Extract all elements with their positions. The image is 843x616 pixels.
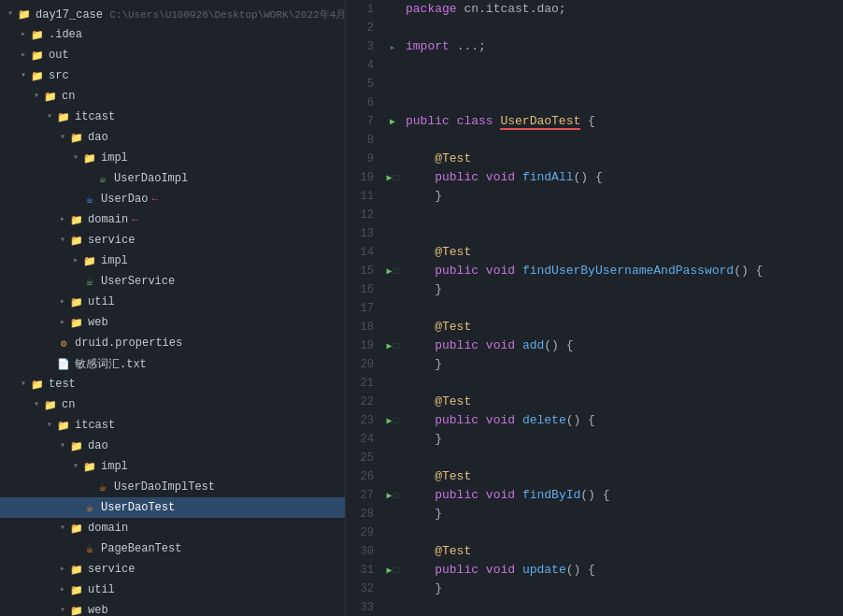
gutter-23[interactable]: ▶ □ (383, 411, 402, 430)
tree-root[interactable]: 📁 day17_case C:\Users\U100926\Desktop\WO… (0, 4, 345, 24)
code-content-24: } (402, 430, 843, 449)
gutter-5 (383, 75, 402, 93)
tree-out[interactable]: 📁 out (0, 45, 345, 65)
run-icon-7[interactable]: ▶ (390, 116, 395, 127)
label-itcast: itcast (75, 110, 115, 123)
line-num-16: 16 (346, 280, 383, 299)
code-content-22: @Test (402, 393, 843, 411)
gutter-27[interactable]: ▶ □ (383, 486, 402, 505)
tree-dao-test[interactable]: 📁 dao (0, 436, 345, 456)
arrow-util-test (56, 583, 69, 596)
tree-pagebeantest[interactable]: ☕ PageBeanTest (0, 538, 345, 559)
line-num-6: 6 (346, 93, 383, 112)
gutter-22 (383, 393, 402, 411)
line-num-17: 17 (346, 299, 383, 318)
arrow-root (4, 7, 17, 21)
label-test: test (49, 378, 76, 391)
label-sensitive: 敏感词汇.txt (75, 356, 147, 372)
gutter-10[interactable]: ▶ □ (383, 168, 402, 187)
code-content-30: @Test (402, 542, 843, 561)
run-icon-31[interactable]: ▶ (386, 565, 392, 576)
label-pagebeantest: PageBeanTest (101, 542, 181, 555)
tree-service-test[interactable]: 📁 service (0, 559, 345, 580)
code-content-9: @Test (402, 150, 843, 168)
code-line-23: 23 ▶ □ public void delete() { (346, 411, 843, 430)
tree-userdaoimpltest[interactable]: ☕ UserDaoImplTest (0, 477, 345, 497)
run-icon-27[interactable]: ▶ (386, 490, 392, 501)
run-outline-19[interactable]: □ (393, 341, 399, 351)
project-tree[interactable]: 📁 day17_case C:\Users\U100926\Desktop\WO… (0, 0, 346, 616)
tree-itcast-test[interactable]: 📁 itcast (0, 415, 345, 436)
folder-icon-idea: 📁 (30, 27, 45, 42)
tree-idea[interactable]: 📁 .idea (0, 24, 345, 45)
tree-cn-test[interactable]: 📁 cn (0, 394, 345, 415)
tree-util-test[interactable]: 📁 util (0, 580, 345, 600)
code-content-32: } (402, 580, 843, 598)
gutter-19[interactable]: ▶ □ (383, 337, 402, 355)
tree-test[interactable]: 📁 test (0, 374, 345, 394)
line-num-5: 5 (346, 75, 383, 93)
run-outline-31[interactable]: □ (393, 566, 399, 576)
tree-druid[interactable]: ⚙ druid.properties (0, 333, 345, 353)
code-content-21 (402, 374, 843, 393)
folder-icon-service-test: 📁 (69, 562, 84, 577)
gutter-15[interactable]: ▶ □ (383, 262, 402, 280)
code-content-15: public void findUserByUsernameAndPasswor… (402, 262, 843, 280)
tree-userdao[interactable]: ☕ UserDao ← (0, 189, 345, 209)
folder-icon-root: 📁 (17, 7, 32, 21)
tree-src[interactable]: 📁 src (0, 65, 345, 86)
folder-icon-util: 📁 (69, 294, 84, 309)
run-outline-23[interactable]: □ (393, 416, 399, 426)
run-outline-27[interactable]: □ (393, 491, 399, 501)
code-line-33: 33 (346, 598, 843, 616)
tree-userdaoimpl[interactable]: ☕ UserDaoImpl (0, 168, 345, 189)
gutter-31[interactable]: ▶ □ (383, 561, 402, 580)
line-num-21: 21 (346, 374, 383, 393)
code-content-10: public void findAll() { (402, 168, 843, 187)
tree-cn[interactable]: 📁 cn (0, 86, 345, 107)
tree-dao[interactable]: 📁 dao (0, 127, 345, 148)
run-icon-23[interactable]: ▶ (386, 415, 392, 426)
gutter-26 (383, 467, 402, 486)
tree-impl[interactable]: 📁 impl (0, 148, 345, 168)
java-icon-userservice: ☕ (82, 274, 97, 289)
line-num-22: 22 (346, 393, 383, 411)
code-line-18: 18 @Test (346, 318, 843, 337)
fold-icon-3[interactable]: ▸ (390, 41, 396, 53)
arrow-util (56, 295, 69, 308)
folder-icon-web-test: 📁 (69, 603, 84, 616)
code-content-7: public class UserDaoTest { (402, 112, 843, 131)
tree-util[interactable]: 📁 util (0, 292, 345, 312)
code-content-2 (402, 19, 843, 37)
tree-sensitive[interactable]: 📄 敏感词汇.txt (0, 353, 345, 374)
gutter-9 (383, 150, 402, 168)
tree-web-test[interactable]: 📁 web (0, 600, 345, 616)
tree-service-impl[interactable]: 📁 impl (0, 251, 345, 271)
code-line-11: 11 } (346, 187, 843, 206)
tree-userservice[interactable]: ☕ UserService (0, 271, 345, 292)
line-num-14: 14 (346, 243, 383, 262)
label-itcast-test: itcast (75, 419, 115, 432)
gutter-7[interactable]: ▶ (383, 112, 402, 131)
label-userdaoimpltest: UserDaoImplTest (114, 480, 215, 494)
tree-domain-test[interactable]: 📁 domain (0, 518, 345, 538)
gutter-29 (383, 523, 402, 542)
folder-icon-src: 📁 (30, 68, 45, 83)
arrow-web (56, 316, 69, 329)
tree-domain[interactable]: 📁 domain ← (0, 209, 345, 230)
folder-icon-itcast: 📁 (56, 109, 71, 124)
run-outline-15[interactable]: □ (393, 266, 399, 277)
code-content-16: } (402, 280, 843, 299)
code-line-20: 20 } (346, 355, 843, 374)
run-icon-15[interactable]: ▶ (386, 265, 392, 277)
gutter-3: ▸ (383, 37, 402, 56)
tree-itcast[interactable]: 📁 itcast (0, 107, 345, 127)
tree-impl-test[interactable]: 📁 impl (0, 456, 345, 477)
tree-userdaotest[interactable]: ☕ UserDaoTest (0, 497, 345, 518)
tree-service[interactable]: 📁 service (0, 230, 345, 251)
run-outline-10[interactable]: □ (393, 173, 399, 183)
run-icon-19[interactable]: ▶ (386, 340, 392, 351)
run-icon-10[interactable]: ▶ (386, 172, 392, 183)
tree-web[interactable]: 📁 web (0, 312, 345, 333)
gutter-33 (383, 598, 402, 616)
